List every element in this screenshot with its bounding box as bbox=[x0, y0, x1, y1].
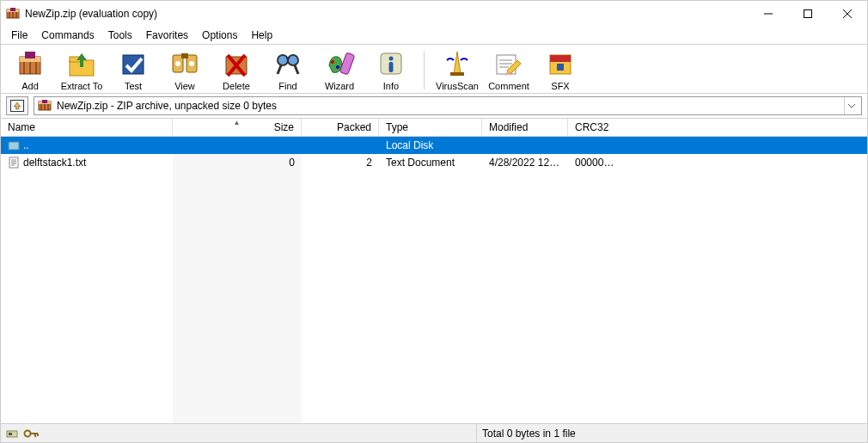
window-title: NewZip.zip (evaluation copy) bbox=[25, 8, 749, 20]
test-button[interactable]: Test bbox=[111, 48, 156, 93]
alt-column-shade bbox=[173, 137, 302, 423]
svg-point-36 bbox=[389, 57, 394, 61]
svg-rect-53 bbox=[9, 142, 19, 150]
minimize-button[interactable] bbox=[749, 1, 788, 27]
svg-line-29 bbox=[278, 65, 281, 74]
sfx-label: SFX bbox=[551, 81, 569, 91]
comment-label: Comment bbox=[488, 81, 529, 91]
info-button[interactable]: Info bbox=[369, 48, 413, 93]
col-modified[interactable]: Modified bbox=[482, 119, 568, 136]
archive-icon bbox=[38, 99, 52, 113]
svg-point-28 bbox=[288, 55, 298, 65]
svg-point-22 bbox=[175, 61, 180, 66]
svg-rect-44 bbox=[550, 55, 571, 62]
svg-rect-45 bbox=[557, 64, 564, 71]
maximize-button[interactable] bbox=[788, 1, 828, 27]
up-arrow-icon bbox=[10, 100, 24, 112]
window-controls bbox=[749, 1, 867, 27]
status-left bbox=[1, 424, 477, 442]
view-label: View bbox=[174, 81, 195, 91]
col-name[interactable]: Name bbox=[1, 119, 173, 136]
text-file-icon bbox=[8, 157, 20, 169]
column-headers: Name ▲ Size Packed Type Modified CRC32 bbox=[1, 118, 867, 137]
test-label: Test bbox=[125, 81, 142, 91]
find-label: Find bbox=[278, 81, 296, 91]
titlebar: NewZip.zip (evaluation copy) bbox=[1, 1, 867, 27]
statusbar: Total 0 bytes in 1 file bbox=[1, 423, 867, 442]
file-list[interactable]: .. Local Disk delftstack1.txt 0 2 Text D… bbox=[1, 137, 867, 423]
virusscan-button[interactable]: VirusScan bbox=[435, 48, 480, 93]
menu-tools[interactable]: Tools bbox=[101, 28, 139, 43]
menu-commands[interactable]: Commands bbox=[34, 28, 101, 43]
delete-icon bbox=[221, 48, 252, 79]
up-button[interactable] bbox=[6, 96, 28, 115]
address-dropdown[interactable] bbox=[844, 97, 858, 114]
app-icon bbox=[6, 7, 20, 21]
svg-rect-21 bbox=[181, 53, 188, 58]
col-crc[interactable]: CRC32 bbox=[568, 119, 624, 136]
svg-point-27 bbox=[278, 55, 288, 65]
virusscan-icon bbox=[442, 48, 473, 79]
menu-favorites[interactable]: Favorites bbox=[139, 28, 195, 43]
toolbar: Add Extract To Test bbox=[1, 45, 867, 93]
parent-row[interactable]: .. Local Disk bbox=[1, 137, 867, 154]
svg-point-23 bbox=[189, 61, 194, 66]
add-button[interactable]: Add bbox=[8, 48, 52, 93]
extract-icon bbox=[66, 48, 97, 79]
sfx-icon bbox=[545, 48, 576, 79]
sort-indicator-icon: ▲ bbox=[234, 119, 241, 126]
svg-point-61 bbox=[25, 430, 31, 436]
find-button[interactable]: Find bbox=[266, 48, 310, 93]
extract-label: Extract To bbox=[61, 81, 103, 91]
comment-button[interactable]: Comment bbox=[486, 48, 531, 93]
col-type[interactable]: Type bbox=[379, 119, 482, 136]
file-size: 0 bbox=[173, 157, 302, 169]
close-button[interactable] bbox=[828, 1, 867, 27]
parent-name: .. bbox=[23, 139, 29, 151]
svg-line-30 bbox=[295, 65, 298, 74]
file-type: Text Document bbox=[379, 157, 482, 169]
view-icon bbox=[169, 48, 200, 79]
delete-label: Delete bbox=[223, 81, 250, 91]
col-size[interactable]: ▲ Size bbox=[173, 119, 302, 136]
delete-button[interactable]: Delete bbox=[214, 48, 259, 93]
test-icon bbox=[118, 48, 149, 79]
svg-rect-38 bbox=[450, 72, 464, 76]
address-text: NewZip.zip - ZIP archive, unpacked size … bbox=[57, 100, 839, 112]
folder-up-icon bbox=[8, 139, 20, 151]
file-row[interactable]: delftstack1.txt 0 2 Text Document 4/28/2… bbox=[1, 154, 867, 171]
add-icon bbox=[15, 48, 46, 79]
add-label: Add bbox=[21, 81, 39, 91]
address-field[interactable]: NewZip.zip - ZIP archive, unpacked size … bbox=[34, 96, 862, 115]
menu-file[interactable]: File bbox=[4, 28, 34, 43]
file-name: delftstack1.txt bbox=[23, 157, 86, 169]
info-icon bbox=[376, 48, 406, 79]
toolbar-separator bbox=[424, 52, 425, 89]
svg-rect-60 bbox=[9, 433, 12, 435]
virusscan-label: VirusScan bbox=[436, 81, 479, 91]
wizard-label: Wizard bbox=[325, 81, 354, 91]
svg-rect-52 bbox=[42, 100, 47, 103]
chevron-down-icon bbox=[848, 102, 855, 109]
wizard-button[interactable]: Wizard bbox=[317, 48, 362, 93]
comment-icon bbox=[493, 48, 524, 79]
svg-rect-5 bbox=[10, 8, 15, 11]
extract-button[interactable]: Extract To bbox=[59, 48, 104, 93]
info-label: Info bbox=[383, 81, 399, 91]
file-packed: 2 bbox=[302, 157, 379, 169]
file-crc: 00000000 bbox=[568, 157, 624, 169]
find-icon bbox=[272, 48, 303, 79]
svg-rect-12 bbox=[25, 52, 35, 58]
menu-help[interactable]: Help bbox=[244, 28, 279, 43]
svg-rect-37 bbox=[389, 62, 394, 72]
sfx-button[interactable]: SFX bbox=[538, 48, 583, 93]
svg-rect-54 bbox=[9, 157, 18, 168]
col-packed[interactable]: Packed bbox=[302, 119, 379, 136]
view-button[interactable]: View bbox=[162, 48, 207, 93]
menu-options[interactable]: Options bbox=[195, 28, 244, 43]
menubar: File Commands Tools Favorites Options He… bbox=[1, 27, 867, 44]
svg-rect-7 bbox=[804, 10, 812, 18]
key-icon bbox=[23, 428, 39, 440]
wizard-icon bbox=[324, 48, 355, 79]
status-summary: Total 0 bytes in 1 file bbox=[477, 428, 867, 440]
